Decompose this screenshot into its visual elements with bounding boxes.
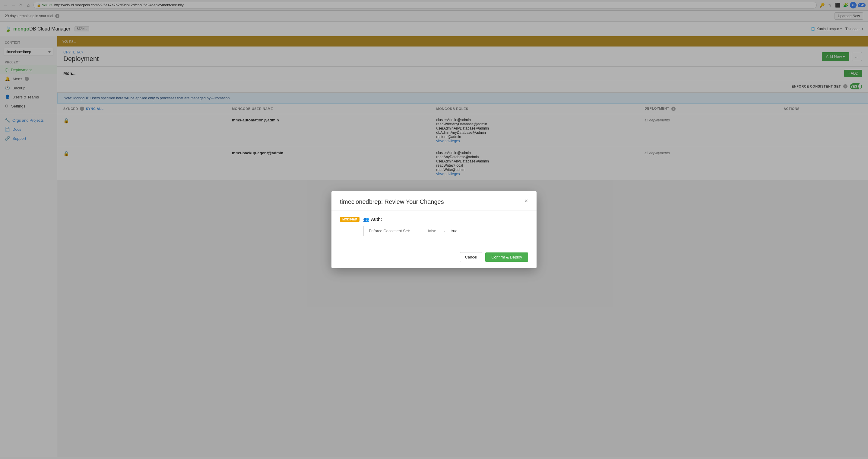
modal-footer: Cancel Confirm & Deploy <box>332 247 536 268</box>
review-changes-modal: timeclonedbrep: Review Your Changes × MO… <box>332 191 536 268</box>
section-change-header: 👥 Auth: <box>363 217 458 222</box>
change-content: 👥 Auth: Enforce Consistent Set: false → … <box>363 217 458 236</box>
modal-header: timeclonedbrep: Review Your Changes × <box>332 191 536 210</box>
change-field: Enforce Consistent Set: <box>369 229 423 233</box>
modal-title: timeclonedbrep: Review Your Changes <box>340 198 444 205</box>
auth-header: 👥 Auth: <box>363 217 458 222</box>
confirm-deploy-button[interactable]: Confirm & Deploy <box>485 253 528 262</box>
cancel-button[interactable]: Cancel <box>460 252 482 262</box>
change-to: true <box>451 229 457 233</box>
change-section: MODIFIED 👥 Auth: Enforce Consistent Set:… <box>340 217 528 236</box>
modal-overlay[interactable]: timeclonedbrep: Review Your Changes × MO… <box>0 0 868 457</box>
change-arrow-icon: → <box>441 228 446 234</box>
modified-badge: MODIFIED <box>340 217 360 222</box>
modal-close-button[interactable]: × <box>525 198 528 204</box>
change-details: Enforce Consistent Set: false → true <box>363 226 458 236</box>
auth-icon: 👥 <box>363 217 369 222</box>
auth-label: Auth: <box>371 217 382 222</box>
modal-body: MODIFIED 👥 Auth: Enforce Consistent Set:… <box>332 210 536 247</box>
change-from: false <box>428 229 436 233</box>
change-row: Enforce Consistent Set: false → true <box>369 226 458 236</box>
